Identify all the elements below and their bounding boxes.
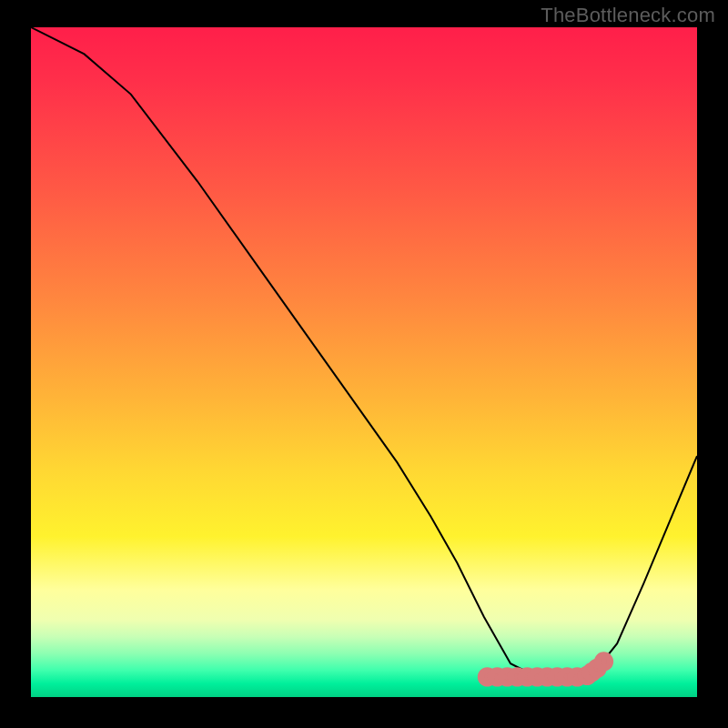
curve-layer xyxy=(31,27,697,697)
optimal-marker xyxy=(598,655,611,668)
plot-area xyxy=(31,27,697,697)
bottleneck-curve xyxy=(31,27,697,677)
optimal-range-markers xyxy=(480,655,610,683)
attribution-text: TheBottleneck.com xyxy=(541,4,715,27)
chart-frame: TheBottleneck.com xyxy=(0,0,728,728)
